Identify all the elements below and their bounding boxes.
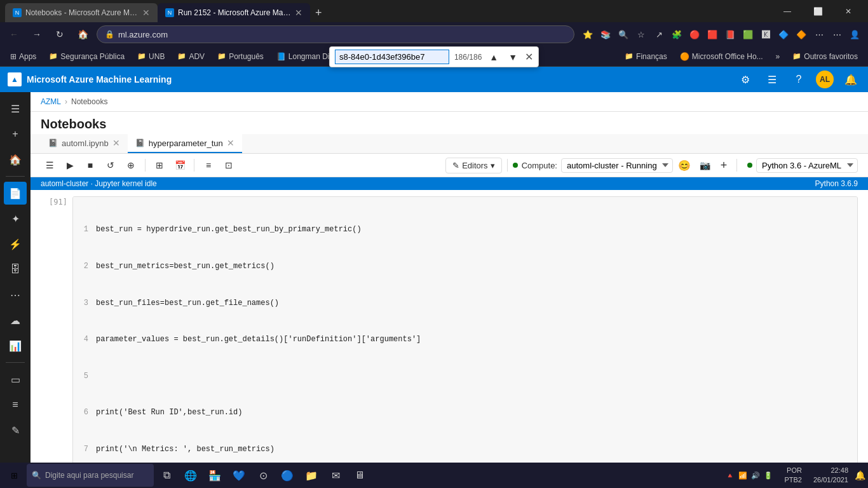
sidebar-item-data[interactable]: 🗄 (4, 258, 27, 281)
sidebar-item-pipelines[interactable]: ⋯ (4, 283, 27, 306)
code-line-1: 1 best_run = hyperdrive_run.get_best_run… (78, 224, 852, 236)
sidebar-item-ml[interactable]: ✦ (4, 207, 27, 230)
sidebar-item-deploy[interactable]: ☁ (4, 309, 27, 332)
menu-button[interactable]: ☰ (41, 156, 58, 174)
azure-logo: ▲ Microsoft Azure Machine Learning (8, 72, 172, 86)
feedback-header-icon[interactable]: ☰ (763, 70, 782, 89)
sidebar-item-hamburger[interactable]: ☰ (4, 97, 27, 120)
collections-icon[interactable]: 📚 (597, 26, 614, 43)
apps-grid-icon: ⊞ (10, 52, 17, 61)
help-header-icon[interactable]: ? (789, 70, 808, 89)
refresh-button[interactable]: ↻ (51, 25, 69, 43)
collect-icon[interactable]: ⭐ (580, 26, 596, 43)
run-button[interactable]: ▶ (61, 156, 79, 174)
browser-tabs: N Notebooks - Microsoft Azure Ma... ✕ N … (5, 0, 770, 22)
tab-close-automl[interactable]: ✕ (112, 138, 120, 148)
bookmark-outros[interactable]: 📁 Outros favoritos (787, 50, 863, 63)
feedback-button[interactable]: 😊 (675, 156, 693, 174)
sidebar-item-settings[interactable]: ✎ (4, 419, 27, 442)
bookmark-portugues[interactable]: 📁 Português (212, 50, 269, 63)
kernel-select[interactable]: Python 3.6 - AzureML (756, 158, 858, 173)
ext7-icon[interactable]: 🔶 (793, 26, 810, 43)
find-input[interactable] (335, 50, 449, 64)
tab-notebook-icon-2: 📓 (135, 139, 145, 147)
ext5-icon[interactable]: 🅺 (757, 26, 774, 43)
bookmark-seguranca[interactable]: 📁 Segurança Pública (44, 50, 130, 63)
add-cell-button[interactable]: + (716, 158, 731, 173)
share-icon[interactable]: ↗ (651, 26, 667, 43)
restart-button[interactable]: ↺ (102, 156, 119, 174)
compute-status-dot (513, 163, 518, 168)
sidebar-item-registry[interactable]: ≡ (4, 393, 27, 416)
forward-button[interactable]: → (28, 25, 46, 43)
tab-close-1[interactable]: ✕ (142, 8, 150, 18)
line-num-4: 4 (78, 334, 88, 346)
close-button[interactable]: ✕ (834, 2, 863, 21)
line-code-1: best_run = hyperdrive_run.get_best_run_b… (96, 224, 362, 236)
calendar-button[interactable]: 📅 (171, 156, 189, 174)
stop-button[interactable]: ■ (81, 156, 99, 174)
bookmark-outros-label: Outros favoritos (804, 52, 858, 61)
notebook-toolbar: ☰ ▶ ■ ↺ ⊕ ⊞ 📅 ≡ ⊡ ✎ Editors ▾ (31, 154, 868, 177)
browser-tab-1[interactable]: N Notebooks - Microsoft Azure Ma... ✕ (5, 3, 158, 22)
home-nav-button[interactable]: 🏠 (74, 25, 92, 43)
maximize-button[interactable]: ⬜ (803, 2, 832, 21)
ext6-icon[interactable]: 🔷 (775, 26, 792, 43)
bookmark-unb[interactable]: 📁 UNB (132, 50, 170, 63)
minimize-button[interactable]: — (773, 2, 802, 21)
bookmark-adv[interactable]: 📁 ADV (172, 50, 210, 63)
find-prev-button[interactable]: ▲ (487, 51, 501, 64)
bookmark-more[interactable]: » (771, 50, 785, 63)
notebook-content[interactable]: [91] 1 best_run = hyperdrive_run.get_bes… (31, 190, 868, 463)
list-button[interactable]: ≡ (200, 156, 217, 174)
sidebar-item-notebooks[interactable]: 📄 (4, 182, 27, 205)
profile-icon[interactable]: 👤 (846, 26, 863, 43)
save-button[interactable]: ⊞ (151, 156, 168, 174)
settings-header-icon[interactable]: ⚙ (736, 70, 755, 89)
breadcrumb-azml[interactable]: AZML (41, 97, 61, 106)
folder-icon-3: 📁 (177, 52, 186, 60)
extensions-icon[interactable]: 🧩 (668, 26, 685, 43)
editors-chevron-icon: ▾ (491, 161, 495, 170)
sidebar-item-home[interactable]: 🏠 (4, 148, 27, 171)
user-avatar[interactable]: AL (816, 71, 834, 88)
folder-icon-5: 📁 (625, 52, 634, 60)
code-cell[interactable]: 1 best_run = hyperdrive_run.get_best_run… (73, 197, 857, 463)
editors-button[interactable]: ✎ Editors ▾ (445, 158, 501, 173)
code-line-5: 5 (78, 370, 852, 383)
bookmark-apps[interactable]: ⊞ Apps (5, 50, 41, 63)
overflow-btn[interactable]: ⋯ (811, 26, 827, 43)
tab-label-hyperparam: hyperparameter_tun (149, 139, 223, 148)
camera-button[interactable]: 📷 (696, 156, 714, 174)
sidebar-item-monitor[interactable]: 📊 (4, 334, 27, 357)
find-next-button[interactable]: ▼ (506, 51, 520, 64)
notebook-tab-automl[interactable]: 📓 automl.ipynb ✕ (41, 134, 128, 153)
notebook-tab-hyperparam[interactable]: 📓 hyperparameter_tun ✕ (128, 134, 242, 153)
find-close-button[interactable]: ✕ (525, 51, 533, 63)
bookmark-office[interactable]: 🟠 Microsoft Office Ho... (675, 50, 768, 63)
ext4-icon[interactable]: 🟩 (740, 26, 756, 43)
sidebar-item-compute[interactable]: ⚡ (4, 233, 27, 255)
sidebar-item-plus[interactable]: + (4, 123, 27, 146)
new-tab-button[interactable]: + (310, 3, 327, 22)
folder-icon-2: 📁 (137, 52, 146, 60)
notification-header-icon[interactable]: 🔔 (841, 70, 860, 89)
search-icon[interactable]: 🔍 (615, 26, 632, 43)
runall-button[interactable]: ⊕ (122, 156, 140, 174)
settings-icon[interactable]: ⋯ (829, 26, 845, 43)
ext1-icon[interactable]: 🔴 (686, 26, 703, 43)
compute-select[interactable]: automl-cluster - Running (561, 158, 673, 173)
ext3-icon[interactable]: 📕 (722, 26, 738, 43)
back-button[interactable]: ← (5, 25, 23, 43)
bookmark-financas[interactable]: 📁 Finanças (620, 50, 672, 63)
browser-tab-2[interactable]: N Run 2152 - Microsoft Azure Mac... ✕ (158, 3, 310, 22)
tab-close-hyperparam[interactable]: ✕ (227, 138, 234, 148)
fav-icon[interactable]: ☆ (633, 26, 649, 43)
ext2-icon[interactable]: 🟥 (704, 26, 721, 43)
tab-close-2[interactable]: ✕ (295, 8, 302, 18)
grid-button[interactable]: ⊡ (220, 156, 238, 174)
sidebar-item-terminal[interactable]: ▭ (4, 368, 27, 391)
folder-icon-1: 📁 (49, 52, 58, 60)
address-bar[interactable]: 🔒 ml.azure.com (97, 25, 574, 43)
line-code-7: print('\n Metrics: ', best_run_metrics) (96, 444, 275, 456)
